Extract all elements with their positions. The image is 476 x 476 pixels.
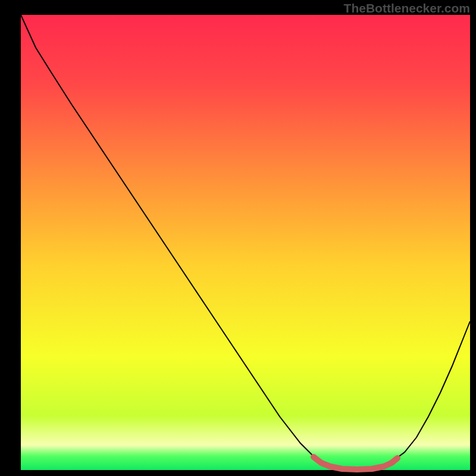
chart-svg xyxy=(0,0,476,476)
chart-container: TheBottlenecker.com xyxy=(0,0,476,476)
plot-background xyxy=(21,15,470,470)
watermark-text: TheBottlenecker.com xyxy=(344,1,470,15)
